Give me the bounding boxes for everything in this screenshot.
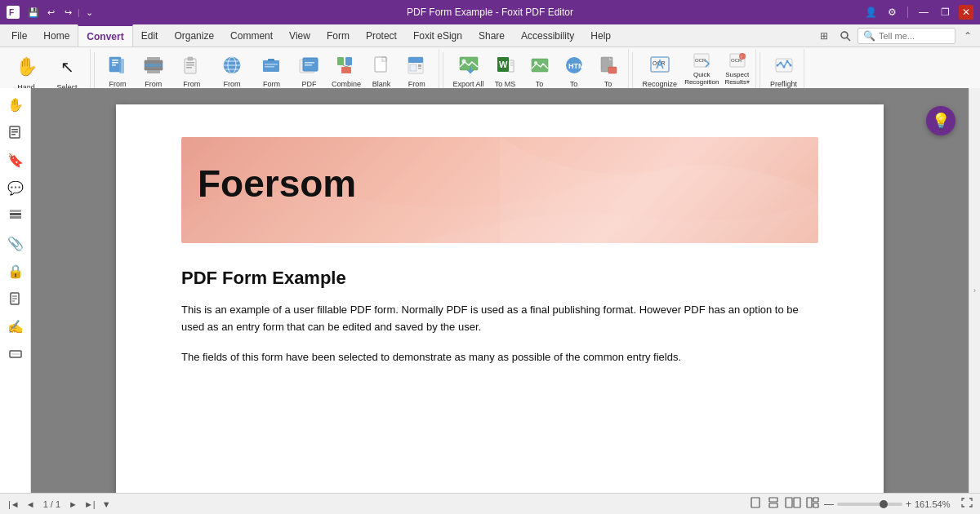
pdf-paragraph-1: This is an example of a user fillable PD… [181, 302, 818, 336]
svg-point-67 [786, 60, 788, 63]
zoom-slider[interactable] [837, 503, 902, 506]
tab-form[interactable]: Form [318, 24, 358, 47]
pdf-banner-title: Foersom [198, 162, 356, 206]
pdf-page: Foersom PDF Form Example This is an exam… [116, 104, 884, 493]
tab-view[interactable]: View [281, 24, 318, 47]
sidebar-document[interactable] [2, 286, 29, 312]
hand-tool-btn[interactable]: ✋ Hand [7, 51, 46, 93]
page-navigation: |◄ ◄ 1 / 1 ► ►| ▼ [7, 499, 113, 509]
prev-page-btn[interactable]: ◄ [24, 499, 37, 509]
page-settings-btn[interactable]: ▼ [100, 499, 113, 509]
tab-comment[interactable]: Comment [222, 24, 281, 47]
redo-qa-btn[interactable]: ↪ [60, 5, 75, 20]
tab-organize[interactable]: Organize [166, 24, 222, 47]
undo-qa-btn[interactable]: ↩ [43, 5, 58, 20]
ribbon-minimize-btn[interactable]: ⌃ [959, 27, 977, 45]
settings-icon[interactable]: ⚙ [884, 5, 899, 20]
sidebar-form-field[interactable] [2, 341, 29, 367]
pdf-banner: Foersom [181, 137, 818, 243]
to-other-icon [595, 52, 621, 78]
search-btn[interactable] [836, 27, 854, 45]
select-icon: ↖ [52, 52, 82, 82]
save-qa-btn[interactable]: 💾 [26, 5, 41, 20]
ai-lightbulb-icon: 💡 [932, 112, 950, 130]
from-scanner-icon [140, 52, 167, 78]
svg-rect-36 [408, 57, 423, 63]
from-webpage-icon [219, 52, 245, 78]
suspect-results-label: SuspectResults [724, 72, 750, 86]
continuous-view-btn[interactable] [767, 497, 780, 511]
fit-page-btn[interactable] [960, 497, 973, 511]
sidebar-page-thumbnail[interactable] [2, 119, 29, 145]
first-page-btn[interactable]: |◄ [7, 499, 21, 509]
sidebar-signature[interactable]: ✍ [2, 313, 29, 339]
sidebar-comment[interactable]: 💬 [2, 175, 29, 201]
svg-point-2 [841, 32, 848, 38]
svg-rect-13 [185, 59, 196, 73]
recognize-text-icon: OCR [647, 52, 673, 78]
svg-text:HTML: HTML [568, 62, 586, 70]
next-page-btn[interactable]: ► [67, 499, 79, 509]
svg-rect-31 [337, 57, 344, 65]
search-icon: 🔍 [863, 30, 875, 42]
quick-access-toolbar: 💾 ↩ ↪ | ⌄ [26, 5, 97, 20]
zoom-slider-thumb[interactable] [880, 500, 888, 508]
to-image-icon [527, 52, 553, 78]
tab-help[interactable]: Help [582, 24, 619, 47]
minimize-btn[interactable]: — [916, 5, 931, 20]
svg-rect-84 [769, 503, 777, 507]
svg-rect-38 [418, 64, 421, 67]
zoom-out-btn[interactable]: — [824, 498, 834, 510]
zoom-in-btn[interactable]: + [906, 498, 911, 510]
view-options-btn[interactable]: ⊞ [815, 27, 833, 45]
maximize-btn[interactable]: ❐ [938, 5, 952, 20]
svg-rect-26 [265, 66, 274, 68]
tab-accessibility[interactable]: Accessibility [513, 24, 582, 47]
tab-edit[interactable]: Edit [133, 24, 167, 47]
app-icon: F [7, 6, 20, 19]
tab-file[interactable]: File [3, 24, 35, 47]
quick-recognition-label: QuickRecognition [684, 72, 719, 86]
sidebar-hand-tool[interactable]: ✋ [2, 91, 29, 117]
ribbon-tabs: File Home Convert Edit Organize Comment … [0, 24, 980, 47]
pdf-paragraph-2: The fields of this form have been select… [181, 349, 818, 366]
user-icon[interactable]: 👤 [863, 5, 878, 20]
to-html-icon: HTML [561, 52, 587, 78]
tab-home[interactable]: Home [35, 24, 78, 47]
tab-protect[interactable]: Protect [358, 24, 405, 47]
quick-recognition-btn[interactable]: OCR QuickRecognition [682, 51, 721, 87]
to-ms-office-icon: W [492, 52, 519, 78]
svg-rect-82 [751, 498, 760, 507]
svg-line-3 [847, 38, 850, 41]
page-info: 1 / 1 [40, 499, 64, 509]
customize-qa-btn[interactable]: ⌄ [82, 5, 97, 20]
select-tool-btn[interactable]: ↖ Select [47, 51, 87, 93]
sidebar-bookmark[interactable]: 🔖 [2, 147, 29, 173]
sidebar-layers[interactable] [2, 202, 29, 228]
svg-rect-10 [145, 64, 163, 67]
close-btn[interactable]: ✕ [959, 5, 973, 20]
suspect-results-btn[interactable]: OCR! SuspectResults [722, 51, 752, 87]
sidebar-attachment[interactable]: 📎 [2, 230, 29, 256]
sidebar-security[interactable]: 🔒 [2, 258, 29, 284]
svg-rect-24 [268, 59, 274, 61]
tab-share[interactable]: Share [470, 24, 513, 47]
reflow-view-btn[interactable] [806, 497, 819, 511]
svg-rect-72 [11, 134, 16, 135]
svg-point-68 [789, 64, 791, 67]
right-collapse-btn[interactable]: › [969, 88, 980, 493]
svg-rect-71 [11, 131, 18, 133]
svg-rect-5 [112, 60, 118, 61]
tab-foxit-esign[interactable]: Foxit eSign [405, 24, 470, 47]
status-bar-right: — + 161.54% [749, 497, 973, 511]
tab-convert[interactable]: Convert [78, 24, 132, 47]
search-box[interactable]: 🔍 [858, 28, 956, 44]
two-page-view-btn[interactable] [785, 497, 801, 511]
main-content: Foersom PDF Form Example This is an exam… [31, 88, 969, 493]
ocr-small-group: OCR QuickRecognition OCR! SuspectResults [682, 51, 752, 87]
ai-assistant-btn[interactable]: 💡 [926, 106, 956, 135]
preflight-btn[interactable]: Preflight [767, 51, 800, 91]
search-input[interactable] [879, 31, 944, 41]
single-page-view-btn[interactable] [749, 497, 762, 511]
last-page-btn[interactable]: ►| [82, 499, 97, 509]
